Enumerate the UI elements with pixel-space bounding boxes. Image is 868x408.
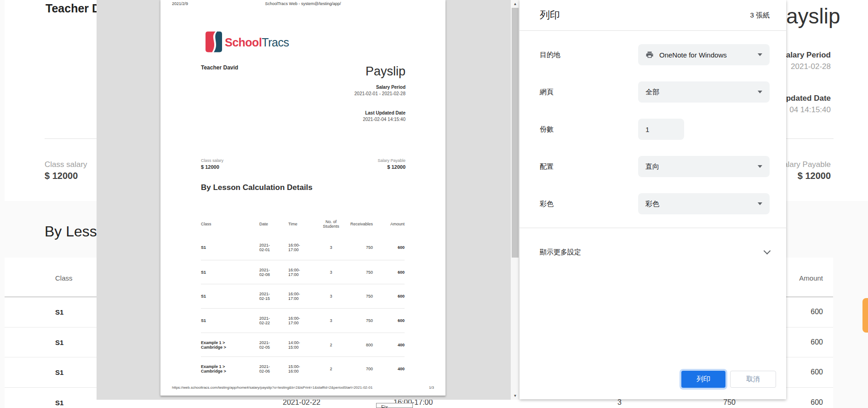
copies-row: 份數 — [540, 119, 770, 140]
pages-dropdown[interactable]: 全部 — [638, 81, 770, 103]
preview-scrollbar[interactable]: ▲ ▼ — [511, 0, 520, 400]
row-class: S1 — [55, 398, 63, 406]
cell-date: 2021- 02-08 — [259, 268, 288, 277]
salary-payable-value: $ 12000 — [387, 164, 405, 170]
cell-amount: 400 — [373, 367, 405, 371]
print-button[interactable]: 列印 — [681, 371, 725, 388]
cell-amount: 600 — [373, 294, 405, 299]
row-receivables: 750 — [723, 398, 736, 407]
screen: Teacher Dav ayslip alary Period 2021-02-… — [0, 0, 868, 408]
clipped-popup-fragment: Fix — [376, 403, 413, 408]
layout-dropdown[interactable]: 直向 — [638, 156, 770, 177]
salary-period-label: alary Period — [786, 51, 831, 60]
cell-students: 3 — [314, 245, 348, 250]
destination-label: 目的地 — [540, 51, 638, 59]
header-date: Date — [259, 222, 288, 226]
preview-table-row: S1 2021- 02-01 16:00- 17:00 3 750 600 — [201, 236, 405, 260]
layout-row: 配置 直向 — [540, 156, 770, 177]
cell-students: 3 — [314, 270, 348, 275]
salary-payable-value: $ 12000 — [798, 171, 831, 181]
header-receivables: Receivables — [348, 222, 373, 226]
cell-class: S1 — [201, 245, 259, 250]
cell-receivables: 750 — [348, 270, 373, 275]
preview-table-row: Example 1 > Cambridge > 2021- 02-05 14:0… — [201, 333, 405, 357]
copies-input[interactable] — [638, 119, 684, 140]
row-students: 3 — [617, 398, 622, 407]
salary-payable-label: Salary Payable — [377, 158, 405, 163]
cell-amount: 600 — [373, 270, 405, 275]
layout-label: 配置 — [540, 162, 638, 171]
cell-date: 2021- 02-05 — [259, 340, 288, 350]
print-footer-url: https://web.schooltracs.com/testing/app/… — [172, 385, 372, 390]
scrollbar-thumb[interactable] — [512, 8, 519, 258]
cell-time: 16:00- 17:00 — [288, 292, 314, 301]
print-meta-title: SchoolTracs Web - system@/testing/app/ — [160, 1, 445, 6]
cell-receivables: 750 — [348, 245, 373, 250]
cell-amount: 400 — [373, 343, 405, 347]
class-salary-value: $ 12000 — [45, 171, 78, 181]
cell-receivables: 750 — [348, 294, 373, 299]
caret-down-icon — [758, 165, 762, 168]
row-amount: 600 — [811, 398, 823, 407]
header-class: Class — [201, 222, 259, 226]
cell-students: 3 — [314, 294, 348, 299]
cancel-button[interactable]: 取消 — [730, 371, 776, 388]
class-column-header: Class — [55, 274, 73, 282]
cell-date: 2021- 02-06 — [259, 364, 288, 374]
color-label: 彩色 — [540, 200, 638, 208]
payslip-title: Payslip — [365, 64, 405, 79]
chevron-down-icon — [764, 247, 771, 254]
caret-down-icon — [758, 91, 762, 93]
color-value: 彩色 — [645, 200, 758, 208]
class-salary-label: Class salary — [201, 158, 223, 163]
color-row: 彩色 彩色 — [540, 193, 770, 214]
print-preview-page: 2021/2/9 SchoolTracs Web - system@/testi… — [160, 0, 445, 396]
schooltracs-wordmark: SchoolTracs — [225, 36, 289, 49]
cell-class: S1 — [201, 270, 259, 275]
row-amount: 600 — [811, 308, 823, 316]
row-amount: 600 — [811, 368, 823, 376]
color-dropdown[interactable]: 彩色 — [638, 193, 770, 214]
row-class: S1 — [55, 368, 63, 376]
cell-date: 2021- 02-01 — [259, 243, 288, 252]
cell-amount: 600 — [373, 245, 405, 250]
pages-value: 全部 — [645, 88, 758, 97]
cell-time: 16:00- 17:00 — [288, 268, 314, 277]
lesson-details-table: Class Date Time No. of Students Receivab… — [201, 213, 405, 381]
cell-time: 16:00- 17:00 — [288, 243, 314, 252]
cell-students: 2 — [314, 343, 348, 347]
destination-value: OneNote for Windows — [659, 51, 758, 59]
cell-time: 14:00- 15:00 — [288, 340, 314, 350]
schooltracs-logo-icon — [206, 31, 222, 52]
row-class: S1 — [55, 308, 63, 316]
cell-receivables: 750 — [348, 318, 373, 323]
cell-time: 15:00- 16:00 — [288, 364, 314, 374]
wordmark-school: School — [225, 36, 262, 49]
preview-table-row: S1 2021- 02-22 16:00- 17:00 3 750 600 — [201, 308, 405, 333]
last-updated-label: pdated Date — [786, 94, 831, 103]
scroll-up-arrow[interactable]: ▲ — [511, 0, 520, 8]
scroll-down-arrow[interactable]: ▼ — [511, 392, 520, 400]
payslip-heading-clipped: ayslip — [786, 4, 840, 29]
header-time: Time — [288, 222, 314, 226]
cell-receivables: 700 — [348, 367, 373, 371]
cell-class: S1 — [201, 294, 259, 299]
destination-dropdown[interactable]: OneNote for Windows — [638, 44, 770, 65]
preview-table-row: Example 1 > Cambridge > 2021- 02-06 15:0… — [201, 356, 405, 381]
cell-class: S1 — [201, 318, 259, 323]
table-header-row: Class Date Time No. of Students Receivab… — [201, 213, 405, 236]
last-updated-value: 2021-02-04 14:15:40 — [363, 117, 405, 122]
row-class: S1 — [55, 338, 63, 346]
sheet-count: 3 張紙 — [750, 11, 770, 20]
dialog-title: 列印 — [540, 8, 560, 22]
preview-table-row: S1 2021- 02-15 16:00- 17:00 3 750 600 — [201, 284, 405, 308]
header-amount: Amount — [373, 222, 405, 226]
layout-value: 直向 — [645, 162, 758, 171]
more-settings-toggle[interactable]: 顯示更多設定 — [540, 243, 770, 261]
cell-date: 2021- 02-22 — [259, 316, 288, 325]
printer-icon — [645, 51, 654, 59]
header-students: No. of Students — [314, 219, 348, 229]
more-settings-label: 顯示更多設定 — [540, 248, 581, 257]
feedback-edge-tab[interactable] — [862, 298, 868, 333]
pages-row: 網頁 全部 — [540, 81, 770, 103]
